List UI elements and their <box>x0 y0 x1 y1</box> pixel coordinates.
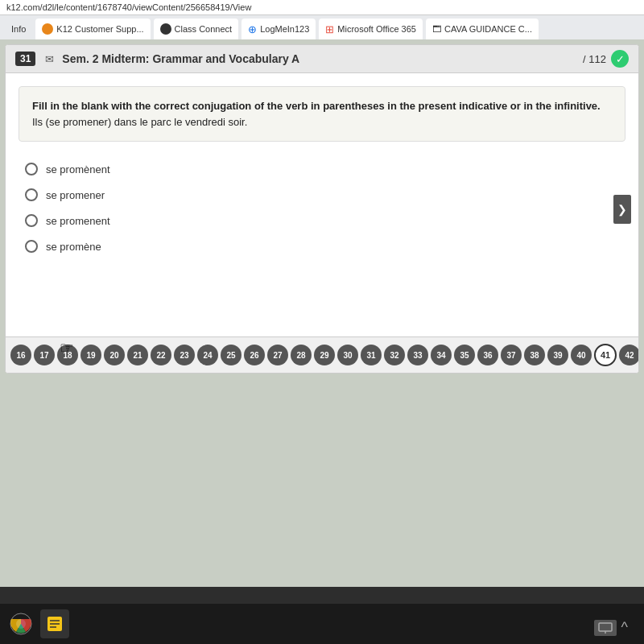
nav-dot-20[interactable]: 20 <box>104 345 125 365</box>
question-header: 31 ✉ Sem. 2 Midterm: Grammar and Vocabul… <box>6 45 638 73</box>
nav-dot-16[interactable]: 16 <box>10 345 31 365</box>
nav-dot-27[interactable]: 27 <box>267 345 288 365</box>
nav-dot-21[interactable]: 21 <box>127 345 148 365</box>
nav-dot-23[interactable]: 23 <box>174 345 195 365</box>
nav-dot-38[interactable]: 38 <box>524 345 545 365</box>
score-area: / 112 ✓ <box>583 50 629 68</box>
browser-chrome: k12.com/d2l/le/content/1678740/viewConte… <box>0 0 644 39</box>
taskbar-chrome[interactable] <box>6 609 35 638</box>
radio-2[interactable] <box>25 188 38 201</box>
nav-arrow-right[interactable]: ❯ <box>613 195 631 224</box>
tab-bar: Info K12 Customer Supp... Class Connect … <box>0 15 644 39</box>
nav-dot-26[interactable]: 26 <box>244 345 265 365</box>
right-arrow-icon: ❯ <box>617 203 627 216</box>
nav-dot-17[interactable]: 17 <box>34 345 55 365</box>
main-content: 31 ✉ Sem. 2 Midterm: Grammar and Vocabul… <box>0 39 644 587</box>
nav-dot-39[interactable]: 39 <box>547 345 568 365</box>
nav-dot-25[interactable]: 25 <box>221 345 242 365</box>
tab-info[interactable]: Info <box>5 19 32 39</box>
tab-cava[interactable]: 🗔 CAVA GUIDANCE C... <box>426 19 539 39</box>
nav-dot-18[interactable]: 18 <box>57 345 78 365</box>
answer-option-4[interactable]: se promène <box>25 233 619 259</box>
radio-1[interactable] <box>25 163 38 175</box>
chevron-up-icon: ^ <box>621 619 628 636</box>
prompt-bold-text: Fill in the blank with the correct conju… <box>32 100 601 112</box>
nav-dot-32[interactable]: 32 <box>384 345 405 365</box>
question-title: Sem. 2 Midterm: Grammar and Vocabulary A <box>62 52 299 65</box>
tab-classconnect-label: Class Connect <box>175 24 233 34</box>
cava-icon: 🗔 <box>432 24 441 34</box>
prompt-normal-text: Ils (se promener) dans le parc le vendre… <box>32 116 247 128</box>
tab-info-label: Info <box>11 24 26 34</box>
msoffice-icon: ⊞ <box>325 23 334 35</box>
tab-classconnect[interactable]: Class Connect <box>154 19 239 39</box>
tab-cava-label: CAVA GUIDANCE C... <box>444 24 532 34</box>
question-number: 31 <box>15 52 35 66</box>
taskbar-notes[interactable] <box>40 609 69 638</box>
email-icon: ✉ <box>45 53 54 65</box>
nav-dot-31[interactable]: 31 <box>361 345 382 365</box>
nav-dot-41[interactable]: 41 <box>594 344 617 366</box>
tab-k12[interactable]: K12 Customer Supp... <box>35 19 150 39</box>
answer-option-1[interactable]: se promènent <box>25 156 619 182</box>
question-prompt: Fill in the blank with the correct conju… <box>19 86 625 142</box>
nav-dot-40[interactable]: 40 <box>571 345 592 365</box>
system-tray: ^ <box>594 619 628 636</box>
url-text: k12.com/d2l/le/content/1678740/viewConte… <box>6 2 251 12</box>
svg-rect-6 <box>599 623 612 631</box>
question-container: 31 ✉ Sem. 2 Midterm: Grammar and Vocabul… <box>5 44 639 374</box>
nav-dot-28[interactable]: 28 <box>291 345 312 365</box>
radio-4[interactable] <box>25 240 38 253</box>
answer-label-4: se promène <box>46 241 101 253</box>
nav-dot-22[interactable]: 22 <box>151 345 171 365</box>
answer-label-2: se promener <box>46 189 105 201</box>
nav-dot-37[interactable]: 37 <box>501 345 522 365</box>
nav-dot-29[interactable]: 29 <box>314 345 335 365</box>
answer-options: se promènent se promener se promenent se… <box>19 156 625 259</box>
chrome-icon <box>10 613 32 635</box>
logmein-icon: ⊕ <box>248 23 257 35</box>
tab-msoffice-label: Microsoft Office 365 <box>337 24 416 34</box>
tab-msoffice[interactable]: ⊞ Microsoft Office 365 <box>319 19 423 39</box>
classconnect-icon <box>160 23 171 35</box>
answer-label-3: se promenent <box>46 215 110 227</box>
radio-3[interactable] <box>25 214 38 227</box>
question-body: Fill in the blank with the correct conju… <box>6 73 638 336</box>
tab-logmein-label: LogMeIn123 <box>260 24 309 34</box>
tab-k12-label: K12 Customer Supp... <box>56 24 143 34</box>
nav-dot-33[interactable]: 33 <box>407 345 428 365</box>
sys-icon-1 <box>594 620 617 636</box>
nav-dot-34[interactable]: 34 <box>431 345 452 365</box>
checkmark-icon: ✓ <box>611 50 629 68</box>
nav-dot-35[interactable]: 35 <box>454 345 475 365</box>
nav-dot-19[interactable]: 19 <box>80 345 101 365</box>
score-text: / 112 <box>583 53 606 65</box>
answer-option-3[interactable]: se promenent <box>25 208 619 233</box>
header-left: 31 ✉ Sem. 2 Midterm: Grammar and Vocabul… <box>15 52 299 66</box>
question-wrapper: 31 ✉ Sem. 2 Midterm: Grammar and Vocabul… <box>5 44 639 374</box>
tab-logmein[interactable]: ⊕ LogMeIn123 <box>242 19 316 39</box>
notes-icon <box>46 615 64 633</box>
nav-dot-42[interactable]: 42 <box>619 345 638 365</box>
address-bar[interactable]: k12.com/d2l/le/content/1678740/viewConte… <box>0 0 644 15</box>
spacer <box>19 259 625 324</box>
answer-option-2[interactable]: se promener <box>25 182 619 208</box>
taskbar: ^ <box>0 604 644 644</box>
nav-dot-24[interactable]: 24 <box>197 345 218 365</box>
nav-dot-36[interactable]: 36 <box>477 345 498 365</box>
nav-dots-bar: 16 17 18 19 20 21 22 23 24 25 26 27 28 2… <box>6 336 638 373</box>
monitor-icon <box>598 622 613 634</box>
k12-icon <box>42 23 53 35</box>
nav-dot-30[interactable]: 30 <box>337 345 358 365</box>
answer-label-1: se promènent <box>46 163 110 175</box>
